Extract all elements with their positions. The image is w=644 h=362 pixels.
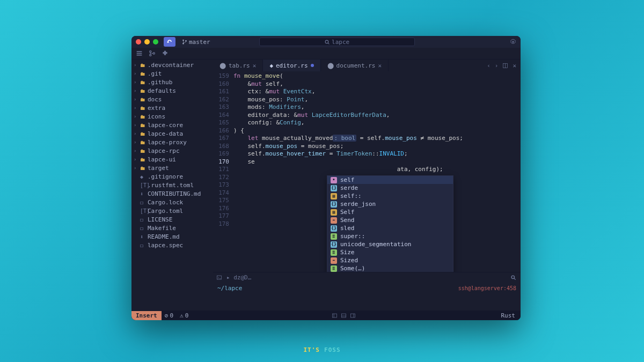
folder-lapce-proxy[interactable]: ›🖿lapce-proxy: [131, 138, 213, 146]
editor-area: ⬤tab.rs✕◆editor.rs⬤document.rs✕ ‹ › ✕ 15…: [213, 60, 521, 311]
split-editor-icon[interactable]: [502, 63, 508, 69]
svg-rect-5: [137, 53, 142, 54]
search-text: lapce: [332, 39, 349, 46]
completion-sled[interactable]: {}sled: [327, 224, 453, 232]
search-panel-icon[interactable]: [510, 275, 516, 280]
terminal-panel[interactable]: ~/lapce ssh@langserver:458: [213, 283, 521, 311]
close-tab-icon[interactable]: ✕: [513, 62, 516, 69]
nav-forward-icon[interactable]: ›: [495, 62, 499, 69]
tab-editor.rs[interactable]: ◆editor.rs: [263, 60, 320, 71]
language-indicator[interactable]: Rust: [496, 312, 521, 319]
minimize-window[interactable]: [144, 39, 150, 45]
completion-Some(…)[interactable]: ≣Some(…): [327, 264, 453, 272]
completion-super::[interactable]: ≣super::: [327, 232, 453, 240]
folder-defaults[interactable]: ›🖿defaults: [131, 86, 213, 95]
completion-self[interactable]: •self: [327, 176, 453, 184]
file-CONTRIBUTING.md[interactable]: ⬇CONTRIBUTING.md: [131, 189, 213, 198]
warning-count[interactable]: ⚠ 0: [177, 312, 192, 319]
folder-lapce-data[interactable]: ›🖿lapce-data: [131, 129, 213, 138]
svg-point-9: [153, 52, 155, 54]
search-icon: [325, 40, 330, 45]
panel-toggle-2[interactable]: [341, 313, 347, 319]
watermark: IT'S FOSS: [303, 339, 340, 356]
panel-tabs: ▸ dz@D…: [213, 272, 521, 283]
close-window[interactable]: [136, 39, 141, 45]
svg-point-12: [511, 276, 515, 279]
file-LICENSE[interactable]: ◻LICENSE: [131, 215, 213, 224]
svg-rect-15: [350, 314, 355, 317]
source-control-icon[interactable]: [149, 50, 156, 57]
svg-point-7: [150, 50, 151, 52]
folder-lapce-ui[interactable]: ›🖿lapce-ui: [131, 155, 213, 164]
tab-nav: ‹ › ✕: [487, 60, 521, 71]
completion-popup[interactable]: •self{}serde▦self::{}serde_json▦Self⬌Sen…: [327, 175, 453, 272]
svg-rect-4: [137, 51, 142, 52]
terminal-status: ssh@langserver:458: [458, 285, 516, 292]
panel-toggle-1[interactable]: [332, 313, 338, 319]
branch-name: master: [189, 39, 210, 46]
svg-point-1: [182, 43, 184, 45]
file-explorer: ›🖿.devcontainer›🖿.git›🖿.github›🖿defaults…: [131, 60, 213, 311]
branch-indicator[interactable]: master: [182, 39, 210, 46]
code-editor[interactable]: 1591601611621631641651661671681691701711…: [213, 71, 521, 272]
status-bar: Insert ⊘ 0 ⚠ 0 Rust: [131, 311, 521, 320]
folder-lapce-core[interactable]: ›🖿lapce-core: [131, 121, 213, 129]
nav-back-icon[interactable]: ‹: [487, 62, 491, 69]
error-count[interactable]: ⊘ 0: [162, 312, 177, 319]
folder-.git[interactable]: ›🖿.git: [131, 69, 213, 78]
file-.gitignore[interactable]: ◆.gitignore: [131, 172, 213, 181]
completion-Self[interactable]: ▦Self: [327, 208, 453, 216]
git-branch-icon: [182, 39, 187, 45]
tab-tab.rs[interactable]: ⬤tab.rs✕: [213, 60, 263, 71]
settings-button[interactable]: [510, 39, 516, 45]
terminal-icon[interactable]: [216, 275, 222, 280]
file-.rustfmt.toml[interactable]: [T].rustfmt.toml: [131, 181, 213, 189]
tab-bar: ⬤tab.rs✕◆editor.rs⬤document.rs✕ ‹ › ✕: [213, 60, 521, 71]
completion-Send[interactable]: ⬌Send: [327, 216, 453, 224]
activity-bar: [131, 48, 521, 60]
app-window: master lapce ›🖿.devcontainer›🖿.git›🖿.git…: [131, 36, 521, 320]
completion-self::[interactable]: ▦self::: [327, 192, 453, 200]
svg-rect-14: [341, 314, 346, 317]
folder-docs[interactable]: ›🖿docs: [131, 95, 213, 104]
command-palette[interactable]: lapce: [259, 38, 415, 46]
svg-rect-11: [217, 276, 221, 279]
completion-serde_json[interactable]: {}serde_json: [327, 200, 453, 208]
sync-icon[interactable]: [164, 37, 175, 47]
svg-point-3: [325, 40, 328, 43]
svg-point-2: [185, 40, 187, 42]
svg-rect-6: [137, 54, 142, 55]
explorer-icon[interactable]: [136, 50, 143, 57]
line-gutter: 1591601611621631641651661671681691701711…: [213, 71, 233, 272]
extensions-icon[interactable]: [162, 50, 169, 57]
completion-Sized[interactable]: ⬌Sized: [327, 256, 453, 264]
folder-extra[interactable]: ›🖿extra: [131, 104, 213, 112]
folder-icons[interactable]: ›🖿icons: [131, 112, 213, 121]
completion-serde[interactable]: {}serde: [327, 184, 453, 192]
file-lapce.spec[interactable]: ◻lapce.spec: [131, 241, 213, 249]
svg-point-8: [150, 54, 151, 56]
terminal-tab[interactable]: ▸ dz@D…: [226, 274, 251, 281]
tab-document.rs[interactable]: ⬤document.rs✕: [321, 60, 389, 71]
file-Makefile[interactable]: ◻Makefile: [131, 224, 213, 232]
terminal-cwd: ~/lapce: [217, 285, 242, 292]
titlebar: master lapce: [131, 36, 521, 48]
svg-point-0: [182, 40, 184, 41]
folder-lapce-rpc[interactable]: ›🖿lapce-rpc: [131, 146, 213, 155]
folder-target[interactable]: ›🖿target: [131, 164, 213, 172]
completion-Size[interactable]: ≣Size: [327, 248, 453, 256]
panel-toggles: [332, 313, 356, 319]
editor-mode[interactable]: Insert: [131, 311, 162, 320]
svg-rect-13: [332, 314, 336, 317]
maximize-window[interactable]: [153, 39, 158, 45]
folder-.devcontainer[interactable]: ›🖿.devcontainer: [131, 61, 213, 69]
file-Cargo.lock[interactable]: ◻Cargo.lock: [131, 198, 213, 206]
file-README.md[interactable]: ⬇README.md: [131, 232, 213, 241]
panel-toggle-3[interactable]: [350, 313, 356, 319]
folder-.github[interactable]: ›🖿.github: [131, 78, 213, 86]
file-Cargo.toml[interactable]: [T]Cargo.toml: [131, 206, 213, 215]
completion-unicode_segmentation[interactable]: {}unicode_segmentation: [327, 240, 453, 248]
